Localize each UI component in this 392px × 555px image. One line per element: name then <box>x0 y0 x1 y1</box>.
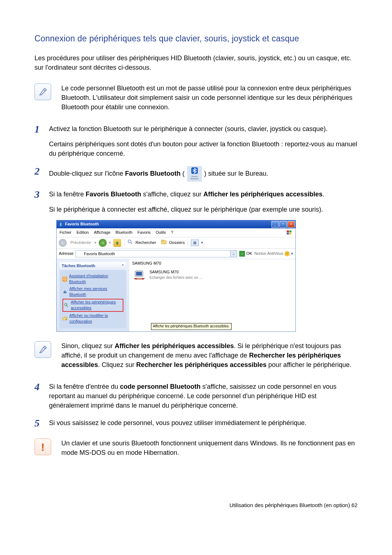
device-item[interactable]: SAMSUNG M70 Echanger des fichiers avec u… <box>133 269 292 282</box>
step4-bold: code personnel Bluetooth <box>120 383 201 390</box>
svg-rect-11 <box>162 240 164 241</box>
favoris-bluetooth-window: Favoris Bluetooth _ □ × Fichier Edition … <box>56 220 296 331</box>
menu-fichier[interactable]: Fichier <box>60 230 72 236</box>
svg-rect-6 <box>287 233 289 234</box>
step-2: Double-cliquez sur l'icône Favoris Bluet… <box>34 166 358 181</box>
sidebar-item-config[interactable]: Afficher ou modifier la configuration <box>62 313 123 325</box>
forward-button[interactable]: → <box>99 239 107 247</box>
svg-rect-19 <box>137 278 142 279</box>
sidebar-item-label-l2: accessibles <box>71 306 91 310</box>
sidebar-item-assistant[interactable]: O Assistant d'installation Bluetooth <box>62 273 123 285</box>
up-folder-button[interactable] <box>113 239 121 247</box>
svg-line-9 <box>131 242 132 244</box>
window-main-area: SAMSUNG M70 SAMSUNG M70 <box>129 259 295 331</box>
folders-icon[interactable] <box>161 240 167 246</box>
step3-mid: s'affiche, cliquez sur <box>141 191 203 198</box>
sidebar-item-label: Afficher mes services Bluetooth <box>69 286 123 298</box>
step3-pre: Si la fenêtre <box>49 191 86 198</box>
sidebar-item-services[interactable]: Afficher mes services Bluetooth <box>62 286 123 298</box>
device-group-label: SAMSUNG M70 <box>132 261 161 266</box>
collapse-icon[interactable]: ⌃ <box>121 264 124 269</box>
sidebar-item-show-devices[interactable]: Afficher les périphériques accessibles <box>62 299 123 312</box>
sidebar-item-label: Assistant d'installation Bluetooth <box>69 273 123 285</box>
menu-favoris[interactable]: Favoris <box>138 230 151 236</box>
menu-affichage[interactable]: Affichage <box>94 230 111 236</box>
norton-icon[interactable]: ✔ <box>285 251 290 256</box>
bluetooth-icon <box>58 222 63 227</box>
sidebar-item-label-l1: Afficher les périphériques <box>71 300 116 304</box>
page-footer: Utilisation des périphériques Bluetooth … <box>34 501 358 509</box>
toolbar-dossiers[interactable]: Dossiers <box>169 240 185 246</box>
step2-text-pre: Double-cliquez sur l'icône <box>49 170 125 177</box>
sidebar-item-label: Afficher ou modifier la configuration <box>69 313 123 325</box>
step3-b2: Afficher les périphériques accessibles <box>203 191 322 198</box>
note-view-pre: Sinon, cliquez sur <box>61 342 115 350</box>
services-icon <box>62 289 68 294</box>
note-view-text: Sinon, cliquez sur Afficher les périphér… <box>61 341 358 370</box>
svg-rect-12 <box>64 291 66 293</box>
address-input[interactable] <box>75 250 230 257</box>
svg-rect-7 <box>289 233 291 234</box>
note-view-mid2: . Cliquez sur <box>98 361 136 368</box>
back-label: Précédente <box>69 239 92 246</box>
device-name: SAMSUNG M70 <box>150 269 202 275</box>
norton-label: Norton AntiVirus <box>254 251 283 257</box>
side-header: Tâches Bluetooth <box>62 263 95 269</box>
step-5: Si vous saisissez le code personnel, vou… <box>34 418 358 428</box>
device-description: Echanger des fichiers avec un ... <box>150 275 202 281</box>
step-3: Si la fenêtre Favoris Bluetooth s'affich… <box>34 189 358 332</box>
note-icon <box>34 341 51 358</box>
note-view-post: pour afficher le périphérique. <box>266 361 351 368</box>
views-button[interactable]: ▦ <box>191 240 199 246</box>
window-titlebar[interactable]: Favoris Bluetooth _ □ × <box>57 220 295 228</box>
step2-text-post: ) située sur le Bureau. <box>204 170 268 177</box>
warning-icon: ! <box>34 438 51 455</box>
wizard-icon: O <box>62 277 67 282</box>
step1-para1: Activez la fonction Bluetooth sur le pér… <box>49 125 327 132</box>
step2-bold: Favoris Bluetooth <box>125 170 181 177</box>
minimize-button[interactable]: _ <box>271 221 279 228</box>
back-button[interactable]: ← <box>59 239 67 247</box>
svg-line-15 <box>66 305 68 307</box>
step5-text: Si vous saisissez le code personnel, vou… <box>49 419 306 427</box>
config-icon <box>62 316 68 321</box>
note-view-b3: Rechercher les périphériques accessibles <box>136 361 266 368</box>
svg-rect-18 <box>136 272 142 276</box>
step3-b1: Favoris Bluetooth <box>86 191 141 198</box>
menu-outils[interactable]: Outils <box>156 230 166 236</box>
laptop-icon <box>133 269 146 282</box>
bluetooth-tasks-panel: Tâches Bluetooth ⌃ O Assistant d'install… <box>57 259 129 331</box>
search-icon[interactable] <box>127 239 133 247</box>
step-1: Activez la fonction Bluetooth sur le pér… <box>34 124 358 158</box>
windows-flag-icon[interactable] <box>286 230 293 236</box>
step2-mid: ( <box>181 170 185 177</box>
menu-edition[interactable]: Edition <box>77 230 89 236</box>
step1-para2: Certains périphériques sont dotés d'un b… <box>49 139 358 158</box>
intro-paragraph: Les procédures pour utiliser des périphé… <box>34 53 358 72</box>
toolbar-rechercher[interactable]: Rechercher <box>135 240 156 246</box>
step3-para2: Si le périphérique à connecter est affic… <box>49 205 358 214</box>
svg-text:Bluetooth: Bluetooth <box>191 177 198 180</box>
close-button[interactable]: × <box>287 221 295 228</box>
maximize-button[interactable]: □ <box>279 221 287 228</box>
address-dropdown[interactable]: ⌄ <box>230 250 237 257</box>
note-icon <box>34 83 51 100</box>
status-tooltip: Affiche les périphériques Bluetooth acce… <box>151 323 232 330</box>
go-label: OK <box>246 251 252 257</box>
note-pin-text: Le code personnel Bluetooth est un mot d… <box>61 83 358 112</box>
step-4: Si la fenêtre d'entrée du code personnel… <box>34 382 358 410</box>
address-label: Adresse <box>59 251 73 257</box>
svg-rect-5 <box>289 230 291 232</box>
menu-aide[interactable]: ? <box>171 230 173 236</box>
window-title: Favoris Bluetooth <box>65 221 99 227</box>
svg-point-8 <box>128 240 131 243</box>
page-section-title: Connexion de périphériques tels que clav… <box>34 33 358 45</box>
svg-rect-4 <box>287 230 289 232</box>
menu-bluetooth[interactable]: Bluetooth <box>115 230 132 236</box>
go-button[interactable]: → OK <box>239 251 252 257</box>
step4-pre: Si la fenêtre d'entrée du <box>49 383 120 390</box>
step3-post: . <box>322 191 324 198</box>
svg-rect-13 <box>64 290 66 291</box>
warning-text: Un clavier et une souris Bluetooth fonct… <box>61 438 358 457</box>
svg-rect-16 <box>63 318 67 320</box>
